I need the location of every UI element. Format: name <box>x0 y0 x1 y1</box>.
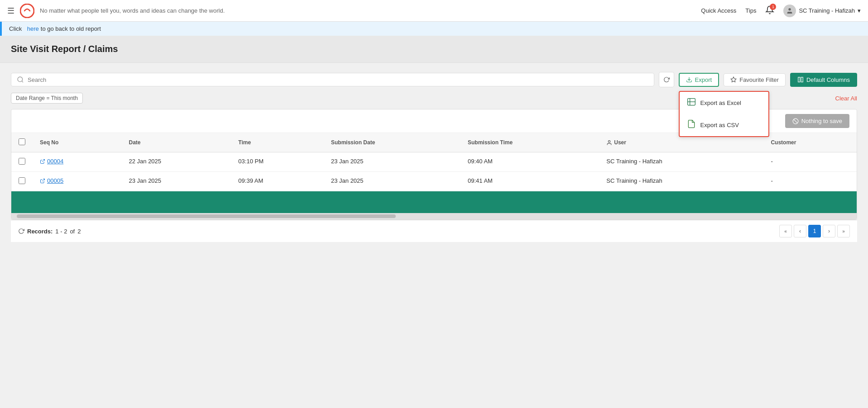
seq-link-0[interactable]: 00004 <box>40 158 114 165</box>
banner-rest-text: to go back to old report <box>41 25 101 32</box>
cell-date-0: 22 Jan 2025 <box>121 152 231 172</box>
pagination-last-button[interactable]: » <box>837 225 850 237</box>
svg-point-1 <box>789 8 791 10</box>
svg-line-14 <box>42 179 45 181</box>
records-label: Records: <box>27 228 53 235</box>
quick-access-link[interactable]: Quick Access <box>701 7 736 14</box>
teal-footer-bar <box>11 191 857 213</box>
svg-point-2 <box>18 77 23 82</box>
cell-seq-no-0: 00004 <box>33 152 121 172</box>
pagination-first-button[interactable]: « <box>779 225 792 237</box>
page-header: Site Visit Report / Claims <box>0 36 868 63</box>
user-avatar-icon <box>783 5 796 17</box>
data-table: Seq No Date Time Submission Date Submiss… <box>11 133 857 191</box>
row-checkbox-0[interactable] <box>19 158 25 165</box>
of-label: of <box>70 228 75 235</box>
bottom-bar: Records: 1 - 2 of 2 « ‹ 1 › » <box>11 220 857 242</box>
select-all-checkbox[interactable] <box>19 138 25 145</box>
records-range: 1 - 2 <box>55 228 67 235</box>
table-row: 00004 22 Jan 2025 03:10 PM 23 Jan 2025 0… <box>11 152 857 172</box>
excel-icon <box>687 97 696 109</box>
cell-user-0: SC Training - Hafizah <box>599 152 763 172</box>
row-checkbox-cell[interactable] <box>11 172 33 191</box>
cell-seq-no-1: 00005 <box>33 172 121 191</box>
search-input[interactable] <box>28 76 648 83</box>
csv-icon <box>687 119 696 131</box>
svg-point-0 <box>20 4 34 18</box>
export-csv-item[interactable]: Export as CSV <box>680 114 768 136</box>
row-checkbox-cell[interactable] <box>11 152 33 172</box>
refresh-bottom-icon[interactable] <box>18 228 24 234</box>
logo-icon <box>20 4 34 18</box>
export-button[interactable]: Export <box>679 73 719 87</box>
cell-submission-date-0: 23 Jan 2025 <box>324 152 460 172</box>
banner-text: Click <box>9 25 22 32</box>
pagination-prev-button[interactable]: ‹ <box>794 225 806 237</box>
col-header-date: Date <box>121 133 231 152</box>
cell-time-0: 03:10 PM <box>231 152 324 172</box>
row-checkbox-1[interactable] <box>19 177 25 184</box>
hamburger-icon[interactable]: ☰ <box>7 6 14 16</box>
cell-user-1: SC Training - Hafizah <box>599 172 763 191</box>
info-banner: Click here to go back to old report <box>0 22 868 36</box>
default-columns-button[interactable]: Default Columns <box>790 73 857 87</box>
main-content: Export Export as Excel <box>0 63 868 406</box>
default-columns-label: Default Columns <box>806 76 850 83</box>
svg-line-13 <box>42 159 45 162</box>
pagination-next-button[interactable]: › <box>823 225 835 237</box>
clear-all-button[interactable]: Clear All <box>835 95 857 102</box>
pagination: « ‹ 1 › » <box>779 225 850 237</box>
export-label: Export <box>695 76 712 83</box>
banner-link[interactable]: here <box>27 25 39 32</box>
top-navigation: ☰ No matter what people tell you, words … <box>0 0 868 22</box>
user-name-label: SC Training - Hafizah <box>799 7 855 14</box>
chevron-down-icon: ▾ <box>858 7 861 14</box>
col-header-seq-no: Seq No <box>33 133 121 152</box>
user-menu[interactable]: SC Training - Hafizah ▾ <box>783 5 861 17</box>
svg-line-11 <box>794 119 797 123</box>
nothing-to-save-label: Nothing to save <box>801 118 842 124</box>
col-header-customer: Customer <box>763 133 857 152</box>
favourite-filter-label: Favourite Filter <box>739 76 779 83</box>
horizontal-scrollbar[interactable] <box>11 213 857 219</box>
search-icon <box>17 76 24 83</box>
date-range-filter-tag[interactable]: Date Range = This month <box>11 93 83 104</box>
export-dropdown: Export as Excel Export as CSV <box>679 91 769 137</box>
cell-customer-0: - <box>763 152 857 172</box>
col-header-submission-time: Submission Time <box>460 133 599 152</box>
select-all-checkbox-header[interactable] <box>11 133 33 152</box>
refresh-button[interactable] <box>659 72 674 87</box>
tips-link[interactable]: Tips <box>745 7 756 14</box>
table-row: 00005 23 Jan 2025 09:39 AM 23 Jan 2025 0… <box>11 172 857 191</box>
records-info: Records: 1 - 2 of 2 <box>18 228 81 235</box>
svg-rect-9 <box>801 77 803 82</box>
favourite-filter-button[interactable]: Favourite Filter <box>724 73 786 86</box>
col-header-submission-date: Submission Date <box>324 133 460 152</box>
records-total: 2 <box>77 228 81 235</box>
svg-marker-7 <box>731 77 736 82</box>
cell-time-1: 09:39 AM <box>231 172 324 191</box>
col-header-time: Time <box>231 133 324 152</box>
seq-link-1[interactable]: 00005 <box>40 177 114 184</box>
toolbar: Export Export as Excel <box>11 72 857 87</box>
scrollbar-thumb[interactable] <box>17 214 396 218</box>
cell-submission-time-1: 09:41 AM <box>460 172 599 191</box>
bell-icon[interactable]: 1 <box>765 5 774 16</box>
nothing-to-save-button: Nothing to save <box>785 114 849 128</box>
export-excel-label: Export as Excel <box>700 100 741 106</box>
bell-badge: 1 <box>770 4 776 10</box>
cell-submission-date-1: 23 Jan 2025 <box>324 172 460 191</box>
cell-submission-time-0: 09:40 AM <box>460 152 599 172</box>
motivational-text: No matter what people tell you, words an… <box>40 7 225 14</box>
svg-point-12 <box>609 140 610 142</box>
export-dropdown-wrapper: Export Export as Excel <box>679 73 719 87</box>
pagination-page-1-button[interactable]: 1 <box>808 225 821 237</box>
cell-date-1: 23 Jan 2025 <box>121 172 231 191</box>
cell-customer-1: - <box>763 172 857 191</box>
search-container <box>11 73 654 86</box>
export-excel-item[interactable]: Export as Excel <box>680 92 768 114</box>
export-csv-label: Export as CSV <box>700 122 739 128</box>
svg-rect-8 <box>798 77 800 82</box>
page-title: Site Visit Report / Claims <box>11 44 857 54</box>
